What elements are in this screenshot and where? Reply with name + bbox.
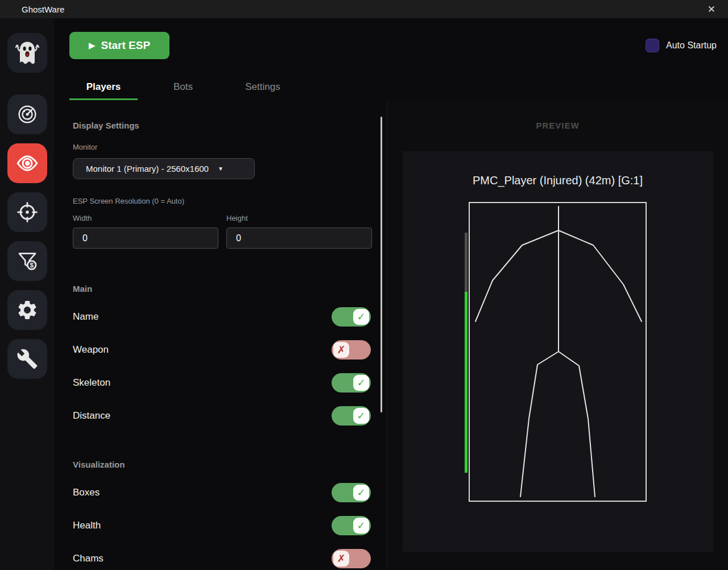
crosshair-icon bbox=[15, 200, 39, 224]
boxes-toggle[interactable] bbox=[332, 483, 371, 502]
toggle-knob bbox=[353, 408, 369, 424]
main-area: ▶ Start ESP Auto Startup Players Bots Se… bbox=[54, 18, 728, 570]
monitor-dropdown[interactable]: Monitor 1 (Primary) - 2560x1600 ▼ bbox=[73, 158, 255, 179]
eye-icon bbox=[15, 151, 39, 175]
health-toggle[interactable] bbox=[332, 516, 371, 535]
toggle-knob bbox=[353, 309, 369, 325]
auto-startup-checkbox[interactable] bbox=[646, 39, 659, 52]
esp-skeleton bbox=[475, 206, 642, 497]
close-icon[interactable]: ✕ bbox=[703, 3, 720, 15]
preview-heading: PREVIEW bbox=[536, 121, 579, 130]
ghost-icon bbox=[13, 38, 42, 68]
health-toggle-label: Health bbox=[73, 520, 101, 531]
chams-toggle[interactable] bbox=[332, 549, 371, 568]
height-input[interactable] bbox=[226, 228, 372, 249]
boxes-toggle-label: Boxes bbox=[73, 487, 100, 498]
monitor-label: Monitor bbox=[73, 143, 387, 151]
auto-startup-label: Auto Startup bbox=[666, 40, 717, 51]
play-icon: ▶ bbox=[89, 40, 96, 51]
toggle-row-distance: Distance bbox=[73, 406, 387, 426]
skeleton-left-leg bbox=[520, 352, 559, 497]
monitor-dropdown-value: Monitor 1 (Primary) - 2560x1600 bbox=[86, 164, 209, 174]
svg-text:$: $ bbox=[30, 261, 34, 269]
sidebar-item-esp[interactable] bbox=[7, 143, 47, 183]
name-toggle[interactable] bbox=[332, 307, 371, 327]
sidebar-item-settings[interactable] bbox=[7, 290, 47, 330]
sidebar: $ bbox=[0, 18, 54, 570]
esp-health-bar bbox=[465, 292, 468, 473]
chams-toggle-label: Chams bbox=[73, 553, 104, 564]
tab-bots[interactable]: Bots bbox=[149, 75, 217, 100]
chevron-down-icon: ▼ bbox=[218, 166, 224, 172]
toggle-knob bbox=[353, 375, 369, 391]
display-settings-title: Display Settings bbox=[73, 121, 387, 130]
main-section-title: Main bbox=[73, 284, 387, 294]
start-esp-label: Start ESP bbox=[101, 39, 150, 52]
distance-toggle[interactable] bbox=[332, 406, 371, 426]
settings-scrollbar[interactable] bbox=[380, 117, 382, 412]
radar-icon bbox=[16, 103, 39, 126]
funnel-dollar-icon: $ bbox=[16, 250, 39, 272]
name-toggle-label: Name bbox=[73, 311, 98, 323]
start-esp-button[interactable]: ▶ Start ESP bbox=[69, 32, 169, 59]
esp-health-missing bbox=[465, 233, 468, 292]
auto-startup: Auto Startup bbox=[646, 39, 717, 52]
toggle-row-boxes: Boxes bbox=[73, 483, 387, 502]
toggle-knob bbox=[333, 342, 349, 358]
skeleton-left-arm bbox=[475, 230, 559, 321]
height-label: Height bbox=[226, 214, 248, 222]
width-label: Width bbox=[73, 214, 226, 222]
toggle-knob bbox=[353, 485, 369, 501]
distance-toggle-label: Distance bbox=[73, 410, 110, 422]
sidebar-item-radar[interactable] bbox=[7, 94, 47, 134]
toggle-row-health: Health bbox=[73, 516, 387, 535]
preview-card: PMC_Player (Injured) (42m) [G:1] bbox=[403, 151, 713, 552]
skeleton-right-leg bbox=[559, 352, 595, 497]
app-title: GhostWare bbox=[22, 5, 64, 14]
skeleton-toggle[interactable] bbox=[332, 373, 371, 393]
weapon-toggle[interactable] bbox=[332, 340, 371, 360]
toggle-row-skeleton: Skeleton bbox=[73, 373, 387, 393]
esp-preview-canvas bbox=[403, 151, 713, 552]
tab-settings[interactable]: Settings bbox=[229, 75, 297, 100]
toggle-row-name: Name bbox=[73, 307, 387, 327]
skeleton-toggle-label: Skeleton bbox=[73, 377, 110, 389]
ghost-logo-icon[interactable] bbox=[7, 33, 47, 73]
sidebar-item-loot-filter[interactable]: $ bbox=[7, 241, 47, 281]
skeleton-right-arm bbox=[559, 230, 642, 321]
titlebar: GhostWare ✕ bbox=[0, 0, 728, 18]
wrench-icon bbox=[16, 348, 38, 370]
sidebar-item-aimbot[interactable] bbox=[7, 192, 47, 232]
sidebar-item-tools[interactable] bbox=[7, 339, 47, 379]
visualization-section-title: Visualization bbox=[73, 460, 387, 469]
tab-bar: Players Bots Settings bbox=[69, 75, 728, 100]
weapon-toggle-label: Weapon bbox=[73, 344, 109, 356]
toggle-row-chams: Chams bbox=[73, 549, 387, 568]
header-row: ▶ Start ESP Auto Startup bbox=[54, 18, 728, 59]
width-input[interactable] bbox=[73, 228, 218, 249]
toggle-knob bbox=[333, 551, 349, 567]
toggle-row-weapon: Weapon bbox=[73, 340, 387, 360]
gear-icon bbox=[16, 299, 39, 321]
tab-players[interactable]: Players bbox=[69, 75, 138, 100]
resolution-label: ESP Screen Resolution (0 = Auto) bbox=[73, 197, 387, 205]
toggle-knob bbox=[353, 518, 369, 534]
settings-pane: Display Settings Monitor Monitor 1 (Prim… bbox=[54, 100, 387, 570]
preview-pane: PREVIEW PMC_Player (Injured) (42m) [G:1] bbox=[387, 100, 728, 570]
